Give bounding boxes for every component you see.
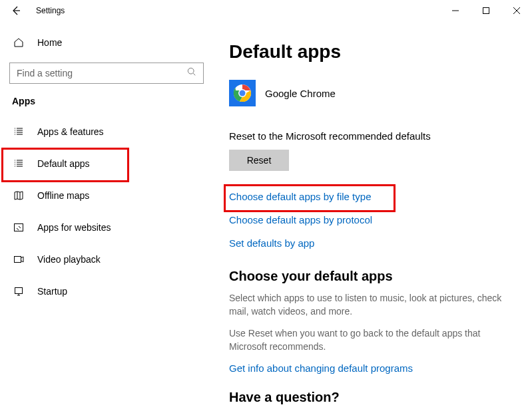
section-label: Apps <box>0 96 213 106</box>
back-button[interactable] <box>9 4 23 17</box>
home-link[interactable]: Home <box>0 29 213 56</box>
link-choose-by-file-type[interactable]: Choose default apps by file type <box>229 191 516 202</box>
video-icon <box>12 254 25 265</box>
svg-rect-4 <box>15 288 23 294</box>
svg-rect-0 <box>483 8 489 14</box>
map-icon <box>12 190 25 201</box>
sidebar-item-label: Default apps <box>37 158 213 169</box>
page-title: Default apps <box>229 41 516 63</box>
minimize-icon <box>452 7 459 14</box>
search-icon <box>187 67 196 79</box>
sidebar-item-label: Video playback <box>37 254 213 265</box>
sidebar-item-video-playback[interactable]: Video playback <box>0 243 213 275</box>
reset-label: Reset to the Microsoft recommended defau… <box>229 130 516 142</box>
close-button[interactable] <box>501 0 532 21</box>
svg-point-1 <box>188 68 194 74</box>
reset-button[interactable]: Reset <box>229 150 289 171</box>
close-icon <box>513 7 520 14</box>
link-set-defaults-by-app[interactable]: Set defaults by app <box>229 237 516 249</box>
link-get-info[interactable]: Get info about changing default programs <box>229 362 516 374</box>
choose-heading: Choose your default apps <box>229 269 516 284</box>
sidebar-item-apps-features[interactable]: Apps & features <box>0 116 213 148</box>
sidebar-item-startup[interactable]: Startup <box>0 275 213 307</box>
home-icon <box>12 37 25 48</box>
svg-point-7 <box>240 90 246 96</box>
search-input[interactable] <box>17 68 196 78</box>
minimize-button[interactable] <box>440 0 471 21</box>
link-choose-by-protocol[interactable]: Choose default apps by protocol <box>229 214 516 225</box>
sidebar-item-default-apps[interactable]: Default apps <box>0 148 213 180</box>
sidebar-item-offline-maps[interactable]: Offline maps <box>0 180 213 211</box>
sidebar-item-label: Apps & features <box>37 126 213 137</box>
back-arrow-icon <box>11 5 21 16</box>
home-label: Home <box>37 37 62 48</box>
svg-rect-3 <box>15 257 21 263</box>
sidebar-item-label: Startup <box>37 286 213 297</box>
choose-body-1: Select which apps to use to listen to mu… <box>229 292 509 318</box>
maximize-button[interactable] <box>471 0 501 21</box>
default-browser-row[interactable]: Google Chrome <box>229 80 516 106</box>
sidebar-item-label: Offline maps <box>37 190 213 201</box>
websites-icon <box>12 222 25 233</box>
list-icon <box>12 126 25 137</box>
window-title: Settings <box>36 6 65 15</box>
maximize-icon <box>483 7 489 14</box>
chrome-icon <box>229 80 256 106</box>
search-input-container[interactable] <box>9 63 204 84</box>
sidebar-item-apps-for-websites[interactable]: Apps for websites <box>0 211 213 243</box>
question-heading: Have a question? <box>229 390 516 405</box>
app-name: Google Chrome <box>265 88 336 99</box>
sidebar-item-label: Apps for websites <box>37 222 213 233</box>
default-apps-icon <box>12 158 25 169</box>
choose-body-2: Use Reset when you want to go back to th… <box>229 327 509 353</box>
startup-icon <box>12 286 25 297</box>
